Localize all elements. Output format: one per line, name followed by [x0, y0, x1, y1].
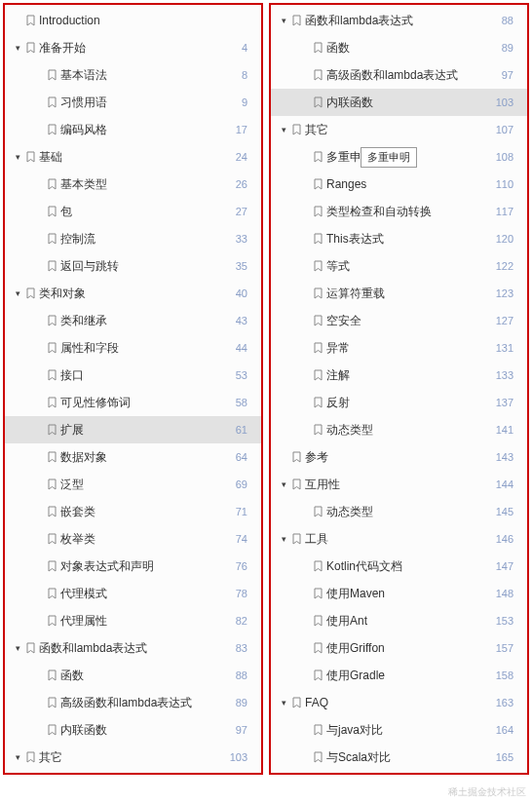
toc-item[interactable]: ▾Kotlin代码文档147 — [271, 553, 527, 580]
toc-item[interactable]: ▾类和对象40 — [5, 280, 261, 307]
bookmark-icon — [314, 206, 323, 217]
toc-item[interactable]: ▾使用Ant153 — [271, 607, 527, 634]
toc-item-label: 其它 — [39, 749, 62, 766]
toc-item[interactable]: ▾基本语法8 — [5, 61, 261, 89]
toc-item[interactable]: ▾使用Gradle158 — [271, 662, 527, 689]
toc-item[interactable]: ▾类型检查和自动转换117 — [271, 198, 527, 225]
bookmark-icon — [48, 96, 57, 108]
page-number: 131 — [486, 342, 527, 354]
toc-item[interactable]: ▾高级函数和lambda表达式89 — [5, 689, 261, 716]
page-number: 145 — [486, 506, 527, 517]
caret-down-icon: ▾ — [13, 288, 22, 298]
bookmark-icon — [314, 260, 323, 272]
bookmark-icon — [48, 369, 57, 381]
bookmark-icon — [314, 588, 323, 599]
bookmark-icon — [314, 69, 323, 81]
page-number: 144 — [486, 478, 527, 490]
page-number: 58 — [220, 397, 261, 408]
toc-item[interactable]: ▾FAQ163 — [271, 689, 527, 716]
toc-item[interactable]: ▾代理属性82 — [5, 607, 261, 634]
toc-item[interactable]: ▾运算符重载123 — [271, 280, 527, 307]
toc-item-label: 控制流 — [60, 231, 95, 248]
toc-item-label: 代理属性 — [60, 613, 107, 630]
page-number: 146 — [486, 533, 527, 545]
toc-item[interactable]: ▾习惯用语9 — [5, 89, 261, 116]
bookmark-icon — [314, 751, 323, 763]
bookmark-icon — [48, 669, 57, 681]
toc-item[interactable]: ▾嵌套类71 — [5, 498, 261, 525]
bookmark-icon — [26, 151, 35, 163]
toc-item[interactable]: ▾工具146 — [271, 525, 527, 553]
toc-item[interactable]: ▾Ranges110 — [271, 171, 527, 198]
page-number: 8 — [220, 69, 261, 81]
toc-item[interactable]: ▾函数和lambda表达式83 — [5, 634, 261, 662]
toc-item[interactable]: ▾扩展61 — [5, 416, 261, 443]
toc-item[interactable]: ▾属性和字段44 — [5, 334, 261, 362]
toc-item[interactable]: ▾接口53 — [5, 362, 261, 389]
toc-item[interactable]: ▾准备开始4 — [5, 34, 261, 61]
toc-item[interactable]: ▾类和继承43 — [5, 307, 261, 334]
toc-item[interactable]: ▾与java对比164 — [271, 716, 527, 744]
toc-item[interactable]: ▾高级函数和lambda表达式97 — [271, 61, 527, 89]
toc-item[interactable]: ▾其它103 — [5, 744, 261, 771]
toc-item[interactable]: ▾反射137 — [271, 389, 527, 416]
toc-item[interactable]: ▾控制流33 — [5, 225, 261, 252]
toc-item[interactable]: ▾空安全127 — [271, 307, 527, 334]
page-number: 108 — [486, 151, 527, 163]
toc-item[interactable]: ▾对象表达式和声明76 — [5, 553, 261, 580]
toc-item[interactable]: ▾数据对象64 — [5, 443, 261, 471]
toc-item[interactable]: ▾多重申明108多重申明 — [271, 143, 527, 171]
toc-item[interactable]: ▾函数和lambda表达式88 — [271, 7, 527, 34]
page-number: 127 — [486, 315, 527, 326]
page-number: 43 — [220, 315, 261, 326]
toc-item[interactable]: ▾与Scala对比165 — [271, 744, 527, 771]
toc-item[interactable]: ▾泛型69 — [5, 471, 261, 498]
toc-item[interactable]: ▾This表达式120 — [271, 225, 527, 252]
page-number: 120 — [486, 233, 527, 245]
toc-item[interactable]: ▾使用Maven148 — [271, 580, 527, 607]
toc-item[interactable]: ▾代理模式78 — [5, 580, 261, 607]
toc-item-label: Introduction — [39, 14, 100, 27]
bookmark-icon — [314, 369, 323, 381]
toc-item-label: This表达式 — [326, 231, 384, 248]
toc-item[interactable]: ▾动态类型141 — [271, 416, 527, 443]
toc-item[interactable]: ▾互用性144 — [271, 471, 527, 498]
toc-item[interactable]: ▾返回与跳转35 — [5, 252, 261, 280]
toc-item[interactable]: ▾函数89 — [271, 34, 527, 61]
bookmark-icon — [48, 615, 57, 627]
toc-item[interactable]: ▾注解133 — [271, 362, 527, 389]
page-number: 141 — [486, 424, 527, 436]
toc-item-label: 可见性修饰词 — [60, 395, 131, 411]
toc-item-label: Ranges — [326, 177, 366, 191]
page-number: 163 — [486, 697, 527, 708]
bookmark-icon — [292, 478, 301, 490]
toc-item[interactable]: ▾内联函数103 — [271, 89, 527, 116]
toc-item[interactable]: ▾函数88 — [5, 662, 261, 689]
toc-item-label: 内联函数 — [326, 95, 373, 111]
toc-item[interactable]: ▾枚举类74 — [5, 525, 261, 553]
toc-item-label: 基础 — [39, 149, 62, 166]
toc-item[interactable]: ▾参考143 — [271, 443, 527, 471]
bookmark-icon — [314, 560, 323, 572]
toc-item[interactable]: ▾基本类型26 — [5, 171, 261, 198]
bookmark-icon — [314, 397, 323, 408]
toc-item[interactable]: ▾使用Griffon157 — [271, 634, 527, 662]
toc-item[interactable]: ▾编码风格17 — [5, 116, 261, 143]
toc-item[interactable]: ▾动态类型145 — [271, 498, 527, 525]
toc-item[interactable]: ▾等式122 — [271, 252, 527, 280]
toc-item-label: FAQ — [305, 696, 328, 709]
bookmark-icon — [292, 697, 301, 708]
toc-item[interactable]: ▾基础24 — [5, 143, 261, 171]
toc-item[interactable]: ▾可见性修饰词58 — [5, 389, 261, 416]
page-number: 117 — [486, 206, 527, 217]
toc-item-label: 工具 — [305, 531, 328, 548]
toc-item[interactable]: ▾其它107 — [271, 116, 527, 143]
page-number: 33 — [220, 233, 261, 245]
page-number: 71 — [220, 506, 261, 517]
toc-item[interactable]: ▾Introduction — [5, 7, 261, 34]
toc-item[interactable]: ▾内联函数97 — [5, 716, 261, 744]
toc-item[interactable]: ▾异常131 — [271, 334, 527, 362]
toc-item[interactable]: ▾包27 — [5, 198, 261, 225]
toc-item-label: 使用Ant — [326, 613, 367, 630]
page-number: 89 — [220, 697, 261, 708]
